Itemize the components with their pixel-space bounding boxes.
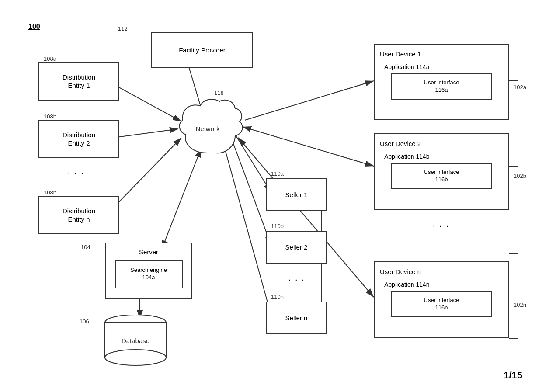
seller-1-ref: 110a (271, 170, 284, 177)
ui-n-label: User interface116n (424, 297, 459, 312)
seller-n-box: Seller n (266, 302, 327, 334)
svg-text:Network: Network (195, 125, 220, 132)
dots-sellers: · · · (288, 274, 305, 284)
distribution-entity-1-label: DistributionEntity 1 (63, 73, 95, 90)
ui-1-label: User interface116a (424, 79, 459, 94)
facility-provider-ref: 112 (118, 25, 128, 32)
distribution-entity-n-label: DistributionEntity n (63, 207, 95, 224)
seller-1-box: Seller 1 (266, 178, 327, 211)
user-device-n-ref: 102n (514, 302, 526, 308)
server-ref: 104 (81, 244, 90, 250)
svg-point-31 (105, 350, 166, 365)
svg-line-15 (243, 127, 374, 166)
ui-n-box: User interface116n (391, 291, 492, 317)
ui-2-box: User interface116b (391, 163, 492, 189)
diagram: 100 Facility Provider 112 DistributionEn… (0, 0, 542, 392)
seller-n-label: Seller n (285, 314, 308, 323)
seller-2-box: Seller 2 (266, 231, 327, 264)
facility-provider-box: Facility Provider (151, 32, 253, 68)
server-inner-box: Search engine 104a (115, 260, 183, 288)
network-cloud: Network (170, 96, 245, 162)
ui-2-label: User interface116b (424, 169, 459, 184)
seller-2-label: Seller 2 (285, 243, 308, 252)
seller-n-ref: 110n (271, 294, 284, 300)
app-1-label: Application 114a (380, 63, 430, 71)
seller-2-ref: 110b (271, 223, 284, 229)
user-device-n-box: User Device n Application 114n User inte… (374, 261, 509, 338)
user-device-1-ref: 102a (514, 84, 526, 90)
user-device-n-label: User Device n (380, 267, 421, 276)
ui-1-box: User interface116a (391, 73, 492, 100)
user-device-2-box: User Device 2 Application 114b User inte… (374, 133, 509, 210)
user-device-2-label: User Device 2 (380, 139, 421, 148)
search-engine-label: Search engine (130, 267, 167, 274)
seller-1-label: Seller 1 (285, 191, 308, 199)
svg-text:Database: Database (122, 337, 149, 344)
server-label: Server (139, 248, 158, 257)
user-device-1-box: User Device 1 Application 114a User inte… (374, 44, 509, 120)
dots-entities: · · · (68, 168, 84, 178)
app-n-label: Application 114n (380, 281, 430, 288)
database-shape: Database (103, 315, 168, 367)
distribution-entity-1-ref: 108a (44, 56, 56, 62)
distribution-entity-2-box: DistributionEntity 2 (38, 120, 119, 158)
network-ref: 118 (214, 90, 224, 96)
svg-line-13 (223, 142, 271, 315)
server-box: Server Search engine 104a (105, 243, 192, 299)
database-ref: 106 (80, 318, 89, 325)
svg-line-14 (245, 81, 374, 120)
user-device-2-ref: 102b (514, 173, 526, 179)
distribution-entity-n-ref: 108n (44, 189, 56, 196)
search-engine-ref: 104a (142, 274, 155, 281)
svg-line-9 (162, 149, 201, 249)
distribution-entity-2-ref: 108b (44, 113, 56, 120)
distribution-entity-2-label: DistributionEntity 2 (63, 131, 95, 148)
distribution-entity-1-box: DistributionEntity 1 (38, 62, 119, 101)
dots-user-devices: · · · (433, 221, 449, 231)
diagram-title: 100 (28, 23, 40, 31)
user-device-1-label: User Device 1 (380, 50, 421, 59)
distribution-entity-n-box: DistributionEntity n (38, 196, 119, 234)
app-2-label: Application 114b (380, 153, 430, 160)
page-number: 1/15 (504, 370, 522, 381)
svg-line-16 (238, 138, 374, 297)
facility-provider-label: Facility Provider (179, 46, 226, 55)
